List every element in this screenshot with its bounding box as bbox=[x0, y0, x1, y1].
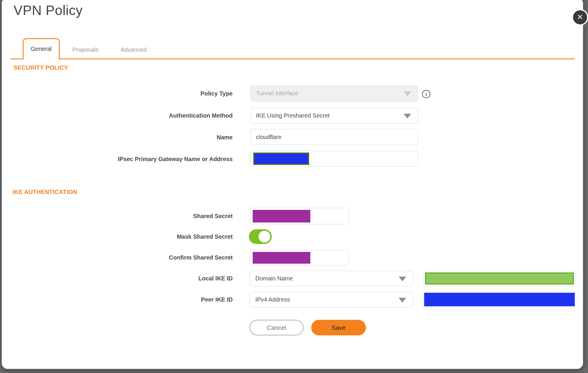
page-title: VPN Policy bbox=[14, 2, 83, 18]
policy-type-label: Policy Type bbox=[200, 90, 233, 97]
tab-underline bbox=[11, 58, 574, 59]
info-icon[interactable]: i bbox=[422, 90, 430, 98]
chevron-down-icon bbox=[404, 91, 411, 96]
policy-type-value: Tunnel Interface bbox=[256, 86, 298, 101]
confirm-shared-secret-label: Confirm Shared Secret bbox=[169, 254, 233, 261]
local-ike-id-label: Local IKE ID bbox=[198, 275, 233, 282]
local-ike-id-select[interactable]: Domain Name bbox=[250, 271, 413, 286]
toggle-knob bbox=[259, 231, 270, 242]
name-input[interactable] bbox=[250, 129, 418, 145]
shared-secret-redacted-value-overlay bbox=[253, 210, 310, 223]
peer-ike-id-type-value: IPv4 Address bbox=[255, 292, 290, 307]
gateway-label: IPsec Primary Gateway Name or Address bbox=[118, 155, 233, 163]
local-ike-id-redacted-value-overlay bbox=[425, 272, 574, 285]
confirm-shared-secret-redacted-value-overlay bbox=[253, 252, 310, 264]
name-label: Name bbox=[217, 134, 233, 141]
chevron-down-icon bbox=[399, 298, 406, 302]
policy-type-select[interactable]: Tunnel Interface bbox=[250, 86, 418, 101]
shared-secret-label: Shared Secret bbox=[193, 213, 233, 220]
chevron-down-icon bbox=[404, 114, 411, 118]
save-button[interactable]: Save bbox=[311, 320, 366, 335]
gateway-redacted-value-overlay bbox=[253, 153, 309, 165]
mask-shared-secret-label: Mask Shared Secret bbox=[177, 233, 233, 240]
local-ike-id-type-value: Domain Name bbox=[255, 271, 293, 286]
peer-ike-id-redacted-value-overlay bbox=[424, 293, 575, 306]
auth-method-select[interactable]: IKE Using Preshared Secret bbox=[250, 108, 418, 124]
vpn-policy-dialog: VPN Policy General Proposals Advanced SE… bbox=[1, 0, 584, 369]
peer-ike-id-select[interactable]: IPv4 Address bbox=[250, 292, 413, 307]
mask-shared-secret-toggle[interactable] bbox=[249, 229, 272, 244]
security-policy-heading: SECURITY POLICY bbox=[14, 64, 68, 71]
close-icon: ✕ bbox=[577, 13, 583, 21]
close-button[interactable]: ✕ bbox=[572, 9, 588, 26]
chevron-down-icon bbox=[399, 277, 406, 281]
ike-authentication-heading: IKE AUTHENTICATION bbox=[13, 189, 77, 195]
peer-ike-id-label: Peer IKE ID bbox=[201, 296, 233, 303]
auth-method-label: Authentication Method bbox=[169, 112, 233, 119]
tab-advanced[interactable]: Advanced bbox=[121, 45, 146, 55]
auth-method-value: IKE Using Preshared Secret bbox=[256, 108, 329, 123]
tab-proposals[interactable]: Proposals bbox=[72, 45, 99, 55]
tab-general[interactable]: General bbox=[23, 38, 60, 59]
cancel-button[interactable]: Cancel bbox=[249, 320, 304, 335]
